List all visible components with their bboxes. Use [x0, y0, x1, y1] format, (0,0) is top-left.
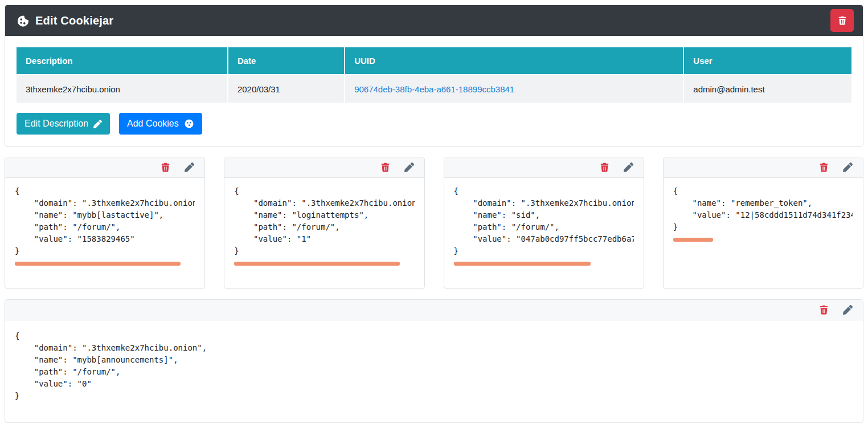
column-header-date: Date: [228, 47, 345, 75]
horizontal-scrollbar[interactable]: [234, 262, 400, 266]
trash-icon: [818, 162, 829, 173]
horizontal-scrollbar[interactable]: [15, 262, 181, 266]
cookie-icon: [184, 119, 194, 129]
uuid-link[interactable]: 90674deb-38fb-4eba-a661-18899ccb3841: [354, 84, 514, 94]
add-cookies-label: Add Cookies: [127, 119, 179, 129]
delete-cookie-button[interactable]: [380, 162, 391, 173]
edit-description-label: Edit Description: [24, 119, 88, 129]
delete-cookie-button[interactable]: [818, 304, 829, 315]
horizontal-scrollbar[interactable]: [454, 262, 591, 266]
cookie-json: { "domain": ".3thxemke2x7hcibu.onion", "…: [454, 185, 634, 257]
cell-uuid: 90674deb-38fb-4eba-a661-18899ccb3841: [345, 75, 683, 103]
cookie-cards-grid: { "domain": ".3thxemke2x7hcibu.onion", "…: [5, 157, 863, 289]
actions-row: Edit Description Add Cookies: [17, 113, 851, 135]
cookie-card-1: { "domain": ".3thxemke2x7hcibu.onion", "…: [5, 157, 205, 289]
trash-icon: [380, 162, 391, 173]
cookie-card-1-header: [5, 157, 204, 178]
edit-cookie-button[interactable]: [843, 305, 853, 315]
trash-icon: [818, 304, 829, 315]
cell-date: 2020/03/31: [228, 75, 345, 103]
cookie-card-4-header: [664, 157, 863, 178]
cookie-card-4-body: { "name": "remember_token", "value": "12…: [664, 178, 863, 288]
cookie-bite-icon: [17, 14, 30, 27]
column-header-uuid: UUID: [345, 47, 683, 75]
edit-cookie-button[interactable]: [404, 162, 414, 172]
trash-icon: [599, 162, 610, 173]
trash-icon: [160, 162, 171, 173]
cookie-card-3-body: { "domain": ".3thxemke2x7hcibu.onion", "…: [444, 178, 644, 288]
cookie-card-1-body: { "domain": ".3thxemke2x7hcibu.onion", "…: [5, 178, 204, 288]
edit-cookiejar-card: Edit Cookiejar Description Date UUID Use…: [5, 5, 863, 147]
add-cookies-button[interactable]: Add Cookies: [119, 113, 202, 135]
cookie-card-wide-body: { "domain": ".3thxemke2x7hcibu.onion", "…: [5, 320, 863, 422]
edit-cookie-button[interactable]: [843, 162, 853, 172]
column-header-description: Description: [17, 47, 228, 75]
cookie-json: { "domain": ".3thxemke2x7hcibu.onion", "…: [234, 185, 414, 257]
table-header-row: Description Date UUID User: [17, 47, 851, 75]
cookie-card-4: { "name": "remember_token", "value": "12…: [663, 157, 863, 289]
cell-description: 3thxemke2x7hcibu.onion: [17, 75, 228, 103]
cookie-card-wide-header: [5, 300, 863, 320]
pencil-icon: [624, 162, 633, 172]
column-header-user: User: [683, 47, 851, 75]
edit-description-button[interactable]: Edit Description: [17, 113, 110, 135]
cell-user: admin@admin.test: [683, 75, 851, 103]
cookie-card-3: { "domain": ".3thxemke2x7hcibu.onion", "…: [444, 157, 644, 289]
trash-icon: [837, 15, 847, 26]
cookie-card-2-body: { "domain": ".3thxemke2x7hcibu.onion", "…: [224, 178, 424, 288]
pencil-icon: [93, 120, 102, 128]
delete-cookie-button[interactable]: [818, 162, 829, 173]
pencil-icon: [843, 305, 853, 315]
horizontal-scrollbar[interactable]: [673, 238, 713, 242]
pencil-icon: [843, 162, 853, 172]
cookie-card-2: { "domain": ".3thxemke2x7hcibu.onion", "…: [224, 157, 424, 289]
page-title: Edit Cookiejar: [35, 14, 113, 27]
edit-cookiejar-body: Description Date UUID User 3thxemke2x7hc…: [5, 36, 863, 146]
cookie-card-2-header: [224, 157, 424, 178]
cookiejar-table: Description Date UUID User 3thxemke2x7hc…: [17, 47, 851, 103]
table-row: 3thxemke2x7hcibu.onion 2020/03/31 90674d…: [17, 75, 851, 103]
delete-cookie-button[interactable]: [599, 162, 610, 173]
pencil-icon: [404, 162, 414, 172]
edit-cookiejar-header: Edit Cookiejar: [5, 5, 863, 36]
cookie-json: { "name": "remember_token", "value": "12…: [673, 185, 853, 233]
cookie-json: { "domain": ".3thxemke2x7hcibu.onion", "…: [15, 185, 195, 257]
delete-cookiejar-button[interactable]: [830, 9, 854, 32]
cookie-card-3-header: [444, 157, 644, 178]
cookie-card-wide: { "domain": ".3thxemke2x7hcibu.onion", "…: [5, 299, 863, 423]
cookie-json: { "domain": ".3thxemke2x7hcibu.onion", "…: [15, 330, 853, 402]
edit-cookie-button[interactable]: [185, 162, 194, 172]
delete-cookie-button[interactable]: [160, 162, 171, 173]
pencil-icon: [185, 162, 194, 172]
edit-cookie-button[interactable]: [624, 162, 633, 172]
